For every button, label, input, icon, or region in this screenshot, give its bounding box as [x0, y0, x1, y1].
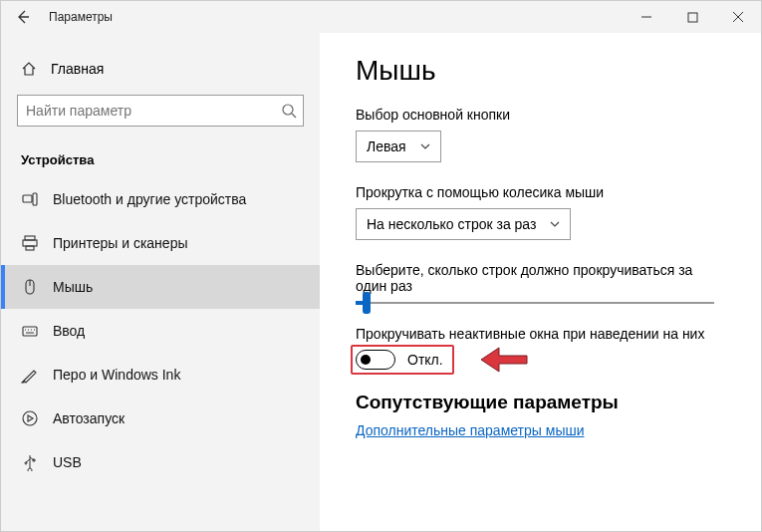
close-icon	[732, 11, 744, 23]
sidebar-item-printers[interactable]: Принтеры и сканеры	[1, 221, 320, 265]
search-icon	[281, 103, 297, 119]
sidebar: Главная Устройства Bluetooth и другие ус…	[1, 33, 320, 531]
chevron-down-icon	[420, 141, 430, 151]
svg-rect-5	[23, 240, 37, 246]
inactive-scroll-field: Прокручивать неактивные окна при наведен…	[356, 326, 725, 370]
inactive-scroll-state: Откл.	[407, 352, 443, 368]
svg-point-1	[283, 105, 293, 115]
svg-rect-6	[26, 246, 34, 250]
related-link[interactable]: Дополнительные параметры мыши	[356, 422, 585, 438]
autoplay-icon	[21, 409, 39, 427]
primary-button-label: Выбор основной кнопки	[356, 107, 725, 123]
sidebar-item-label: Автозапуск	[53, 410, 125, 426]
primary-button-value: Левая	[367, 138, 406, 154]
sidebar-item-label: USB	[53, 454, 82, 470]
scroll-mode-value: На несколько строк за раз	[367, 216, 536, 232]
slider-thumb[interactable]	[363, 292, 371, 314]
sidebar-item-label: Ввод	[53, 323, 85, 339]
window-title: Параметры	[45, 10, 624, 24]
pen-icon	[21, 366, 39, 384]
minimize-button[interactable]	[624, 1, 669, 33]
related-title: Сопутствующие параметры	[356, 392, 725, 413]
search-box[interactable]	[17, 95, 304, 127]
primary-button-field: Выбор основной кнопки Левая	[356, 107, 725, 162]
usb-icon	[21, 453, 39, 471]
scroll-mode-select[interactable]: На несколько строк за раз	[356, 208, 571, 240]
sidebar-item-typing[interactable]: Ввод	[1, 309, 320, 353]
content: Мышь Выбор основной кнопки Левая Прокрут…	[320, 33, 761, 531]
page-title: Мышь	[356, 55, 725, 87]
lines-per-scroll-label: Выберите, сколько строк должно прокручив…	[356, 262, 714, 294]
sidebar-item-label: Мышь	[53, 279, 93, 295]
close-button[interactable]	[715, 1, 761, 33]
minimize-icon	[640, 11, 652, 23]
search-input[interactable]	[18, 96, 267, 126]
sidebar-item-label: Bluetooth и другие устройства	[53, 191, 246, 207]
svg-point-9	[23, 411, 37, 425]
printer-icon	[21, 234, 39, 252]
sidebar-item-bluetooth[interactable]: Bluetooth и другие устройства	[1, 177, 320, 221]
titlebar: Параметры	[1, 1, 761, 33]
svg-rect-2	[23, 195, 32, 202]
slider-track	[356, 302, 714, 304]
sidebar-item-mouse[interactable]: Мышь	[1, 265, 320, 309]
lines-per-scroll-slider[interactable]	[356, 302, 725, 304]
svg-rect-3	[33, 193, 37, 205]
section-header: Устройства	[1, 146, 320, 177]
svg-rect-4	[25, 236, 35, 240]
mouse-icon	[21, 278, 39, 296]
home-label: Главная	[51, 61, 104, 77]
back-button[interactable]	[1, 1, 45, 33]
sidebar-item-pen[interactable]: Перо и Windows Ink	[1, 353, 320, 397]
chevron-down-icon	[550, 219, 560, 229]
svg-rect-0	[688, 13, 697, 22]
sidebar-item-usb[interactable]: USB	[1, 440, 320, 484]
maximize-button[interactable]	[669, 1, 715, 33]
home-nav[interactable]: Главная	[1, 57, 320, 91]
primary-button-select[interactable]: Левая	[356, 131, 441, 162]
sidebar-item-label: Принтеры и сканеры	[53, 235, 187, 251]
lines-per-scroll-field: Выберите, сколько строк должно прокручив…	[356, 262, 725, 304]
home-icon	[21, 61, 37, 77]
devices-icon	[21, 190, 39, 208]
scroll-mode-label: Прокрутка с помощью колесика мыши	[356, 184, 725, 200]
sidebar-item-autoplay[interactable]: Автозапуск	[1, 397, 320, 440]
inactive-scroll-toggle[interactable]	[356, 350, 395, 370]
scroll-mode-field: Прокрутка с помощью колесика мыши На нес…	[356, 184, 725, 240]
keyboard-icon	[21, 322, 39, 340]
maximize-icon	[687, 12, 698, 23]
back-arrow-icon	[15, 9, 31, 25]
svg-rect-8	[23, 327, 37, 336]
annotation-arrow-icon	[479, 344, 529, 376]
toggle-knob	[361, 355, 371, 365]
sidebar-item-label: Перо и Windows Ink	[53, 367, 180, 383]
inactive-scroll-label: Прокручивать неактивные окна при наведен…	[356, 326, 725, 342]
